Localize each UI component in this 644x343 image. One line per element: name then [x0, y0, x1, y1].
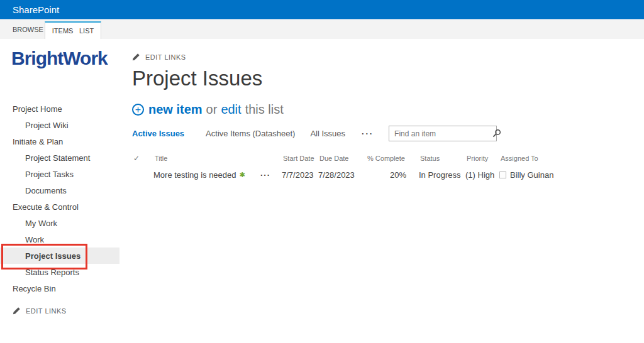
- sidebar-item-documents[interactable]: Documents: [0, 182, 119, 199]
- search-button[interactable]: [492, 126, 501, 141]
- table-row: More testing is needed ✱ ··· 7/7/2023 7/…: [132, 165, 644, 184]
- circled-plus-icon: +: [132, 104, 144, 116]
- sidebar-item-project-tasks[interactable]: Project Tasks: [0, 166, 119, 182]
- sidebar-edit-links[interactable]: EDIT LINKS: [0, 307, 119, 315]
- sharepoint-brand: SharePoint: [13, 4, 59, 15]
- edit-pencil-icon: [13, 307, 21, 315]
- row-menu-ellipsis-icon[interactable]: ···: [260, 170, 282, 180]
- sidebar: BrightWork Project Home Project Wiki Ini…: [0, 39, 119, 315]
- view-tab-active-issues[interactable]: Active Issues: [132, 129, 184, 138]
- header-percent-complete[interactable]: % Complete: [366, 155, 419, 162]
- sharepoint-page: SharePoint BROWSE ITEMS LIST BrightWork …: [0, 0, 644, 343]
- sidebar-item-project-home[interactable]: Project Home: [0, 101, 119, 117]
- ribbon-tab-group: ITEMS LIST: [45, 21, 101, 39]
- header-priority[interactable]: Priority: [465, 155, 499, 162]
- sidebar-item-status-reports[interactable]: Status Reports: [0, 264, 119, 280]
- row-percent-complete: 20%: [366, 170, 419, 180]
- view-tab-active-items-datasheet[interactable]: Active Items (Datasheet): [206, 129, 295, 138]
- select-all-icon[interactable]: ✓: [132, 154, 153, 163]
- edit-list-link[interactable]: edit: [221, 102, 241, 117]
- search-input[interactable]: [389, 129, 492, 138]
- suite-bar: SharePoint: [0, 0, 644, 19]
- row-title-link[interactable]: More testing is needed: [153, 170, 236, 180]
- list-header-row: ✓ Title Start Date Due Date % Complete S…: [132, 151, 644, 165]
- content-layout: BrightWork Project Home Project Wiki Ini…: [0, 39, 644, 343]
- ribbon-tab-list[interactable]: LIST: [79, 27, 94, 35]
- row-title-cell[interactable]: More testing is needed ✱: [153, 170, 260, 180]
- or-text: or: [206, 102, 218, 117]
- page-edit-links-label: EDIT LINKS: [145, 53, 186, 61]
- page-edit-links[interactable]: EDIT LINKS: [132, 53, 644, 61]
- sidebar-item-work[interactable]: Work: [0, 231, 119, 248]
- header-status[interactable]: Status: [419, 155, 465, 162]
- brightwork-logo[interactable]: BrightWork: [11, 48, 119, 69]
- ribbon-tab-browse[interactable]: BROWSE: [13, 19, 43, 39]
- sidebar-item-initiate-plan[interactable]: Initiate & Plan: [0, 133, 119, 150]
- sidebar-item-project-wiki[interactable]: Project Wiki: [0, 117, 119, 133]
- row-status: In Progress: [419, 170, 465, 180]
- issues-list: ✓ Title Start Date Due Date % Complete S…: [132, 151, 644, 184]
- header-title[interactable]: Title: [153, 155, 260, 162]
- new-item-link[interactable]: new item: [148, 102, 203, 117]
- list-command-bar: + new item or edit this list: [132, 102, 644, 117]
- sidebar-item-recycle-bin[interactable]: Recycle Bin: [0, 280, 119, 297]
- page-title: Project Issues: [132, 66, 644, 91]
- main-content: EDIT LINKS Project Issues + new item or …: [132, 39, 644, 184]
- presence-indicator-icon: [499, 172, 506, 178]
- view-more-ellipsis-icon[interactable]: ···: [362, 129, 374, 138]
- sidebar-item-project-statement[interactable]: Project Statement: [0, 150, 119, 166]
- header-due-date[interactable]: Due Date: [318, 155, 366, 162]
- new-item-badge-icon: ✱: [240, 171, 245, 179]
- view-selector-row: Active Issues Active Items (Datasheet) A…: [132, 126, 644, 141]
- ribbon-tab-items[interactable]: ITEMS: [52, 27, 74, 35]
- sidebar-edit-links-label: EDIT LINKS: [26, 307, 67, 315]
- sidebar-item-execute-control[interactable]: Execute & Control: [0, 199, 119, 215]
- sidebar-nav: Project Home Project Wiki Initiate & Pla…: [0, 101, 119, 297]
- search-icon: [492, 129, 501, 138]
- search-box: [389, 126, 497, 141]
- sidebar-item-project-issues[interactable]: Project Issues: [0, 248, 119, 264]
- sidebar-item-my-work[interactable]: My Work: [0, 215, 119, 231]
- header-start-date[interactable]: Start Date: [282, 155, 318, 162]
- ribbon-bar: BROWSE ITEMS LIST: [0, 19, 644, 39]
- row-due-date: 7/28/2023: [318, 170, 366, 180]
- row-assigned-cell: Billy Guinan: [499, 170, 575, 180]
- edit-pencil-icon: [132, 53, 140, 61]
- this-list-text: this list: [245, 102, 284, 117]
- view-tab-all-issues[interactable]: All Issues: [310, 129, 345, 138]
- header-assigned-to[interactable]: Assigned To: [499, 155, 575, 162]
- row-assigned-to-link[interactable]: Billy Guinan: [510, 170, 553, 180]
- row-start-date: 7/7/2023: [282, 170, 318, 180]
- row-priority: (1) High: [465, 170, 499, 180]
